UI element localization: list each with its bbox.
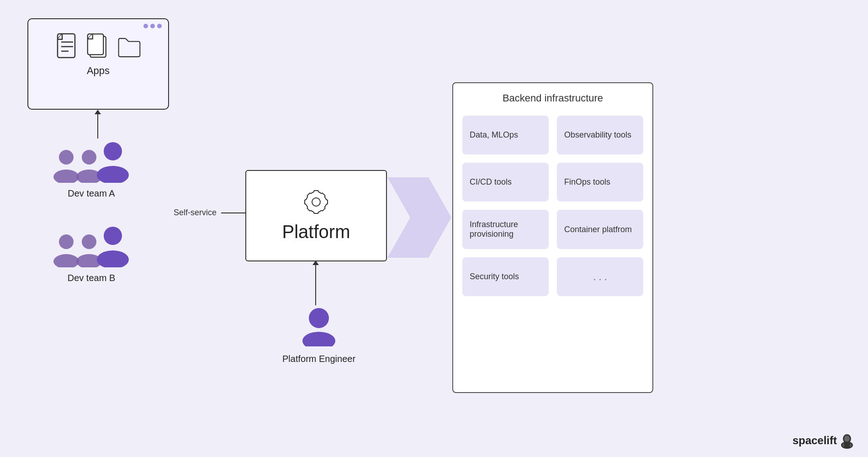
folder-icon [118,33,141,60]
self-service-label: Self-service [174,208,217,218]
dev-team-a-label: Dev team A [50,188,132,199]
svg-point-16 [104,227,122,245]
platform-box: Platform [245,170,387,261]
backend-grid: Data, MLOps Observability tools CI/CD to… [462,116,643,296]
platform-engineer-label: Platform Engineer [282,354,355,364]
backend-title: Backend infrastructure [462,92,643,104]
backend-item-infra-provisioning: Infrastructure provisioning [462,210,549,249]
document-icon [56,33,79,60]
backend-item-container-platform: Container platfrom [557,210,643,249]
svg-rect-25 [842,443,844,447]
backend-item-data-mlops: Data, MLOps [462,116,549,154]
spacelift-label: spacelift [793,434,837,447]
backend-item-security-tools: Security tools [462,257,549,296]
dot2 [150,24,155,28]
big-arrow-right [387,177,451,258]
spacelift-logo: spacelift [793,432,854,449]
apps-label: Apps [28,65,168,77]
svg-point-19 [309,308,329,328]
dot3 [157,24,162,28]
dot1 [143,24,148,28]
svg-rect-26 [850,443,852,447]
platform-engineer-icon [301,305,337,346]
person-icon [94,139,132,183]
svg-point-23 [844,436,850,442]
backend-item-cicd: CI/CD tools [462,163,549,202]
svg-point-10 [104,142,122,160]
arrow-up-apps [97,113,98,138]
svg-point-11 [97,166,129,183]
svg-point-6 [59,150,74,165]
backend-item-more: . . . [557,257,643,296]
dev-team-a: Dev team A [50,139,132,199]
dev-team-b-label: Dev team B [50,273,132,283]
svg-marker-21 [387,177,451,258]
pages-icon [87,33,110,60]
platform-label: Platform [282,222,350,242]
astronaut-icon [840,432,854,449]
backend-item-finops: FinOps tools [557,163,643,202]
backend-infrastructure-box: Backend infrastructure Data, MLOps Obser… [452,82,653,393]
dev-team-b: Dev team B [50,224,132,283]
svg-point-20 [302,332,335,346]
diagram: Apps Dev team A [0,0,868,457]
backend-item-observability: Observability tools [557,116,643,154]
apps-box-dots [143,24,162,28]
dev-team-b-people [50,224,132,267]
arrow-up-platform [315,264,316,305]
dev-team-a-people [50,139,132,183]
svg-point-12 [59,234,74,249]
svg-point-17 [97,250,129,267]
svg-point-18 [312,198,320,206]
apps-icons [28,33,168,60]
gear-icon [302,190,330,217]
person-icon [94,224,132,267]
apps-box: Apps [27,18,169,110]
platform-engineer: Platform Engineer [282,305,355,364]
